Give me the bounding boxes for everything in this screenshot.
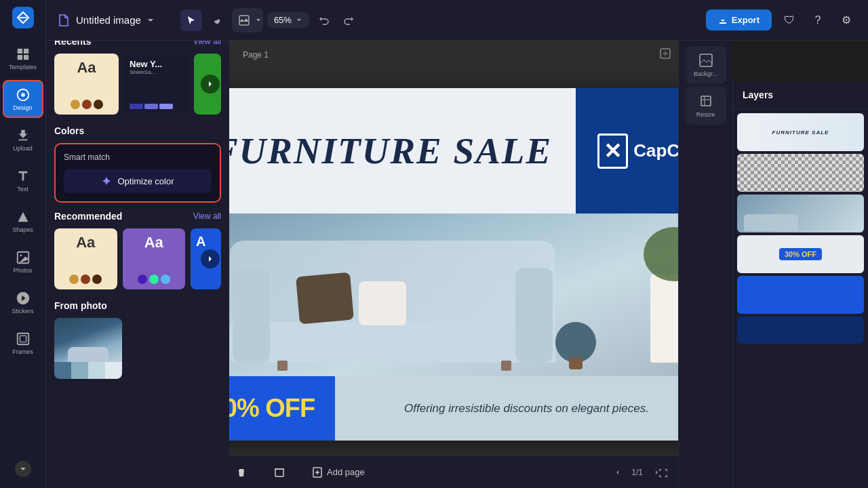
app-logo[interactable]: [11, 5, 35, 30]
svg-rect-12: [275, 469, 283, 476]
optimize-color-button[interactable]: Optimize color: [64, 169, 212, 193]
recommended-next-button[interactable]: [201, 249, 220, 268]
help-button[interactable]: ?: [807, 9, 829, 31]
redo-button[interactable]: [338, 9, 359, 31]
layer-item-3[interactable]: [737, 195, 864, 232]
background-button[interactable]: Backgr...: [686, 46, 726, 84]
recommended-view-all[interactable]: View all: [193, 211, 221, 221]
rec-swatches-2: [138, 274, 170, 284]
sidebar-item-frames[interactable]: Frames: [3, 324, 43, 362]
resize-button[interactable]: Resize: [686, 87, 726, 125]
main-area: Untitled image 65%: [229, 0, 868, 488]
settings-button[interactable]: ⚙: [835, 9, 857, 31]
zoom-control[interactable]: 65%: [267, 12, 309, 28]
svg-rect-8: [17, 333, 28, 344]
bar-1: [130, 104, 143, 109]
sidebar-item-photos[interactable]: Photos: [3, 243, 43, 281]
swatch-brown: [82, 100, 92, 109]
rec-aa-2: Aa: [144, 234, 163, 251]
layer-item-4[interactable]: 30% OFF: [737, 235, 864, 273]
media-dropdown-icon[interactable]: [255, 17, 262, 24]
layer-preview-1: FURNITURE SALE: [737, 113, 864, 151]
canvas-bottom-bar-nav: Add page 1/1: [229, 455, 678, 488]
rec-swatch-2: [81, 274, 90, 284]
bar-3: [159, 104, 173, 109]
sidebar-expand-button[interactable]: [15, 461, 31, 477]
svg-rect-4: [23, 54, 28, 59]
bar-2: [144, 104, 158, 109]
template-newy-text: New Y...: [130, 59, 162, 69]
template-card-2[interactable]: New Y... SinkinSa...: [124, 54, 189, 115]
page-indicator: 1/1: [631, 468, 643, 477]
swatch-gold: [71, 100, 80, 109]
svg-rect-3: [17, 54, 22, 59]
sofa-seat: [230, 322, 555, 363]
delete-icon: [236, 467, 247, 478]
canvas-image-area: [229, 214, 678, 376]
canvas-top-section: FURNITURE SALE ✕ CapCut: [229, 88, 678, 214]
rec-swatch-6: [161, 274, 170, 284]
rec-card-2[interactable]: Aa: [123, 228, 186, 289]
layer-item-2[interactable]: [737, 154, 864, 192]
sidebar-item-stickers[interactable]: Stickers: [3, 283, 43, 321]
layers-title: Layers: [733, 81, 868, 109]
zoom-dropdown-icon: [296, 17, 302, 24]
layer-item-6[interactable]: [737, 317, 864, 344]
recommended-header: Recommended View all: [54, 211, 221, 222]
add-page-icon: [312, 467, 323, 478]
delete-button[interactable]: [229, 463, 254, 482]
sidebar-item-shapes[interactable]: Shapes: [3, 202, 43, 240]
layer-item-1[interactable]: FURNITURE SALE: [737, 113, 864, 151]
media-tool-button[interactable]: [233, 9, 255, 31]
sidebar-item-templates[interactable]: Templates: [3, 39, 43, 77]
canvas-main-title: FURNITURE SALE: [229, 132, 552, 169]
rec-swatch-4: [138, 274, 147, 284]
undo-redo-group: [313, 9, 359, 31]
sofa-arm-right: [515, 268, 553, 363]
topbar: Untitled image 65%: [229, 0, 868, 41]
svg-rect-1: [17, 48, 22, 53]
trash-button[interactable]: [267, 463, 292, 482]
add-page-button[interactable]: Add page: [305, 463, 372, 482]
background-label: Backgr...: [694, 70, 717, 77]
sidebar-item-upload[interactable]: Upload: [3, 121, 43, 159]
expand-icon-button[interactable]: [658, 468, 669, 481]
panel-content: Recents View all Aa New Y... SinkinSa...: [46, 28, 229, 488]
rec-card-1[interactable]: Aa: [54, 228, 117, 289]
stool-top: [555, 322, 596, 363]
template-card-1[interactable]: Aa: [54, 54, 119, 115]
canvas-title-area: FURNITURE SALE: [229, 88, 576, 214]
colors-header: Colors: [54, 125, 221, 136]
template-bars: [130, 104, 173, 109]
layer-30off-preview: 30% OFF: [779, 248, 822, 260]
capcut-logo-icon: ✕: [597, 134, 628, 169]
shield-button[interactable]: 🛡: [778, 9, 800, 31]
swatch-dark-brown: [94, 100, 103, 109]
layer-item-5[interactable]: [737, 276, 864, 314]
sofa-preview-shape: [68, 347, 108, 362]
canvas-logo-area: ✕ CapCut: [576, 88, 678, 214]
templates-next-button[interactable]: [201, 75, 220, 94]
from-photo-card[interactable]: [54, 318, 122, 379]
tool-buttons: 65%: [229, 8, 359, 33]
canvas-container: Page 1 FURNITURE SALE ✕: [229, 41, 678, 488]
undo-button[interactable]: [313, 9, 335, 31]
resize-label: Resize: [696, 111, 715, 118]
pillow-light: [359, 281, 406, 325]
rec-swatch-3: [92, 274, 102, 284]
media-tool-group: [232, 8, 263, 33]
canvas-icon-button[interactable]: [659, 47, 671, 62]
photo-color-1: [54, 362, 71, 379]
topbar-right: Export 🛡 ? ⚙: [706, 9, 857, 31]
prev-page-button[interactable]: [610, 464, 626, 481]
photo-preview: [54, 318, 122, 362]
recommended-title: Recommended: [54, 211, 122, 222]
sofa-layer-preview: [744, 214, 798, 231]
recents-row: Aa New Y... SinkinSa...: [54, 54, 221, 115]
page-label: Page 1: [243, 50, 269, 60]
sidebar-item-text[interactable]: Text: [3, 161, 43, 199]
export-button[interactable]: Export: [706, 9, 772, 30]
photo-color-3: [88, 362, 105, 379]
pillow-dark: [296, 272, 354, 325]
sidebar-item-design[interactable]: Design: [3, 80, 43, 118]
